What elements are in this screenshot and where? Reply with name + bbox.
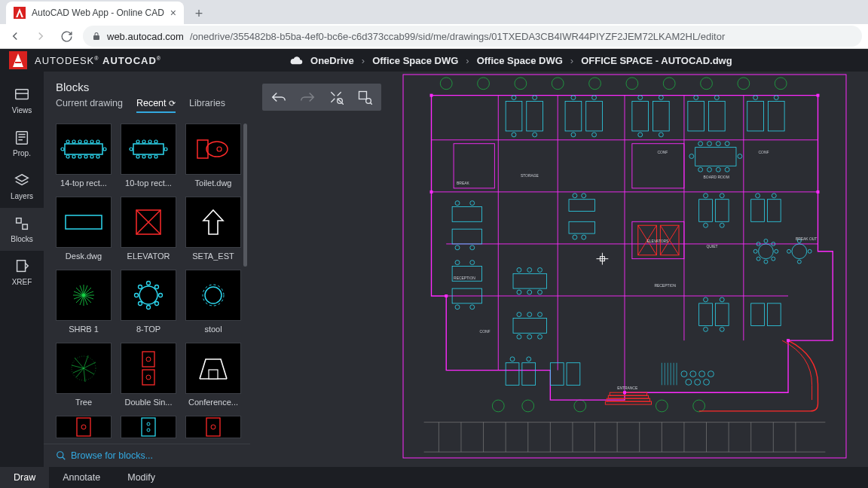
rail-blocks[interactable]: Blocks	[0, 208, 44, 251]
floor-plan-drawing[interactable]: BREAK STORAGE BOARD ROOM ELEVATORS RECEP…	[393, 73, 856, 459]
svg-point-11	[90, 140, 93, 143]
tab-recent[interactable]: Recent ⟳	[136, 98, 176, 113]
svg-point-215	[720, 223, 724, 227]
svg-point-168	[753, 96, 758, 100]
svg-point-228	[681, 371, 687, 377]
block-desk[interactable]: Desk.dwg	[56, 197, 112, 261]
svg-point-14	[72, 155, 75, 158]
reload-button[interactable]	[57, 27, 75, 45]
svg-point-197	[764, 239, 768, 242]
block-14-top-rect[interactable]: 14-top rect...	[56, 124, 112, 188]
tab-modify[interactable]: Modify	[114, 467, 169, 488]
refresh-icon[interactable]: ⟳	[169, 99, 176, 108]
svg-point-76	[147, 422, 150, 425]
svg-point-201	[772, 257, 775, 261]
new-tab-button[interactable]: +	[188, 3, 209, 24]
svg-rect-173	[452, 229, 481, 244]
svg-rect-143	[605, 401, 651, 404]
block-partial-2[interactable]	[121, 416, 176, 438]
block-toilet[interactable]: Toilet.dwg	[185, 124, 241, 188]
tab-libraries[interactable]: Libraries	[189, 98, 225, 113]
svg-point-230	[699, 371, 705, 377]
zoom-window-button[interactable]	[356, 88, 374, 106]
svg-rect-256	[550, 363, 564, 386]
zoom-extents-button[interactable]	[327, 88, 345, 106]
autodesk-logo-icon	[9, 51, 27, 69]
scrollbar[interactable]	[243, 124, 247, 267]
undo-button[interactable]	[270, 88, 288, 106]
svg-point-13	[66, 155, 69, 158]
browse-for-blocks[interactable]: Browse for blocks...	[44, 444, 250, 467]
block-10-top-rect[interactable]: 10-top rect...	[121, 124, 176, 188]
crumb-2[interactable]: Office Space DWG	[477, 55, 563, 66]
svg-point-98	[492, 400, 504, 412]
cloud-icon	[289, 56, 303, 65]
block-8-top[interactable]: 8-TOP	[121, 270, 176, 334]
crumb-3[interactable]: OFFICE SPACE - AUTOCAD.dwg	[581, 55, 732, 66]
svg-rect-235	[695, 148, 736, 166]
svg-point-181	[470, 305, 475, 310]
tab-annotate[interactable]: Annotate	[49, 467, 114, 488]
rail-xref[interactable]: XREF	[0, 251, 44, 294]
block-partial-3[interactable]	[185, 416, 241, 438]
tab-current-drawing[interactable]: Current drawing	[56, 98, 123, 113]
svg-point-161	[659, 133, 663, 137]
svg-rect-21	[133, 144, 164, 154]
block-thumb	[121, 416, 176, 438]
block-double-sink[interactable]: Double Sin...	[121, 343, 176, 407]
browser-tab[interactable]: AutoCAD Web App - Online CAD ×	[6, 2, 184, 24]
svg-point-254	[510, 357, 515, 361]
svg-rect-3	[17, 218, 21, 223]
canvas-area[interactable]: BREAK STORAGE BOARD ROOM ELEVATORS RECEP…	[250, 72, 868, 467]
rail-views[interactable]: Views	[0, 79, 44, 122]
block-thumb	[185, 416, 241, 438]
url-path: /onedrive/355482b8-b5ba-4ef0-bc6e-c6d373…	[190, 31, 725, 42]
svg-rect-167	[768, 101, 784, 130]
search-icon	[56, 450, 66, 461]
block-stool[interactable]: stool	[185, 270, 241, 334]
block-conference[interactable]: Conference...	[185, 343, 241, 407]
svg-point-241	[708, 167, 712, 172]
crumb-0[interactable]: OneDrive	[310, 55, 354, 66]
rail-properties[interactable]: Prop.	[0, 122, 44, 165]
svg-point-91	[552, 78, 564, 90]
svg-point-79	[211, 425, 215, 429]
svg-point-147	[533, 96, 537, 100]
svg-point-7	[66, 140, 69, 143]
forward-button[interactable]	[32, 27, 50, 45]
redo-button[interactable]	[298, 88, 316, 106]
svg-rect-156	[632, 101, 649, 130]
block-elevator[interactable]: ELEVATOR	[121, 197, 176, 261]
svg-rect-84	[359, 92, 367, 99]
chevron-right-icon: ›	[362, 55, 365, 66]
brand[interactable]: AUTODESK® AUTOCAD®	[9, 51, 161, 69]
block-tree[interactable]: Tree	[56, 343, 112, 407]
svg-point-62	[155, 285, 159, 289]
back-button[interactable]	[6, 27, 24, 45]
block-thumb	[121, 197, 176, 248]
svg-point-19	[61, 148, 64, 151]
svg-point-34	[217, 147, 222, 151]
block-seta-est[interactable]: SETA_EST	[185, 197, 241, 261]
blocks-panel-title: Blocks	[44, 72, 250, 98]
address-bar[interactable]: web.autocad.com/onedrive/355482b8-b5ba-4…	[83, 26, 862, 47]
rail-layers[interactable]: Layers	[0, 165, 44, 208]
close-tab-icon[interactable]: ×	[170, 7, 176, 19]
svg-point-146	[512, 96, 516, 100]
svg-point-100	[574, 400, 586, 412]
svg-point-225	[720, 327, 724, 331]
blocks-icon	[14, 215, 30, 232]
crumb-1[interactable]: Office Space DWG	[372, 55, 458, 66]
block-thumb	[56, 416, 112, 438]
block-shrb1[interactable]: SHRB 1	[56, 270, 112, 334]
block-thumb	[121, 270, 176, 321]
svg-text:BREAK OUT: BREAK OUT	[796, 237, 817, 241]
svg-point-171	[455, 201, 460, 206]
tab-draw[interactable]: Draw	[0, 467, 49, 488]
chevron-right-icon: ›	[466, 55, 469, 66]
browser-toolbar: web.autocad.com/onedrive/355482b8-b5ba-4…	[0, 24, 868, 49]
svg-point-102	[693, 400, 705, 412]
svg-point-160	[638, 133, 643, 137]
left-rail: Views Prop. Layers Blocks XREF	[0, 72, 44, 467]
block-partial-1[interactable]	[56, 416, 112, 438]
